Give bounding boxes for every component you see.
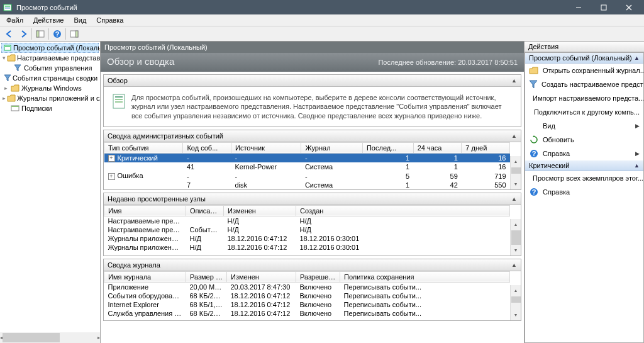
tree-custom-views[interactable]: ▾ Настраиваемые представления [1, 53, 99, 63]
folder-icon [7, 93, 16, 103]
minimize-button[interactable] [566, 0, 591, 14]
row-expander-icon[interactable]: + [108, 173, 115, 180]
table-row[interactable]: 41Kernel-PowerСистема1116 [104, 162, 510, 171]
table-row[interactable]: Служба управления кл...68 КБ/20 ...18.12… [104, 309, 510, 318]
log-summary-table[interactable]: Имя журналаРазмер (Т...ИзмененРазрешеноП… [104, 271, 510, 318]
horizontal-scrollbar[interactable]: ◂▸ [0, 332, 100, 343]
tree-windows-logs[interactable]: ▸ Журналы Windows [1, 83, 99, 93]
menu-view[interactable]: Вид [69, 15, 91, 25]
help-icon: ? [529, 187, 539, 197]
collapse-icon[interactable]: ▲ [634, 55, 640, 61]
action-help-2[interactable]: ? Справка [525, 185, 643, 199]
table-header[interactable]: Имя журналаРазмер (Т...ИзмененРазрешеноП… [104, 271, 510, 282]
svg-rect-14 [5, 46, 10, 47]
tree-app-service-logs[interactable]: ▸ Журналы приложений и служб [1, 93, 99, 103]
action-create-custom-view[interactable]: Создать настраиваемое предста... [525, 77, 643, 91]
refresh-icon [529, 135, 539, 145]
show-hide-tree-button[interactable] [33, 27, 47, 41]
table-row[interactable]: Internet Explorer68 КБ/1,0...18.12.2016 … [104, 300, 510, 309]
section-recent-nodes-header[interactable]: Недавно просмотренные узлы ▲ [104, 193, 521, 205]
table-row[interactable]: +Критический---1116 [104, 153, 510, 162]
section-admin-summary-header[interactable]: Сводка административных событий ▲ [104, 130, 521, 142]
row-expander-icon[interactable]: + [108, 155, 115, 162]
table-row[interactable]: Приложение20,00 МБ/...20.03.2017 8:47:30… [104, 282, 510, 291]
expander-icon[interactable]: ▸ [3, 85, 9, 91]
close-button[interactable] [616, 0, 641, 14]
action-help[interactable]: ? Справка ▶ [525, 147, 643, 160]
vertical-scrollbar[interactable]: ▴▾ [510, 156, 521, 189]
subscriptions-icon [10, 103, 20, 113]
tree-subscriptions[interactable]: ▸ Подписки [1, 103, 99, 113]
table-row[interactable]: 7diskСистема142550 [104, 181, 510, 189]
svg-rect-20 [115, 101, 123, 103]
filter-icon [4, 73, 11, 83]
filter-new-icon [529, 79, 538, 89]
center-panel: Просмотр событий (Локальный) Обзор и сво… [101, 42, 525, 343]
action-import-custom-view[interactable]: Импорт настраиваемого предста... [525, 91, 643, 105]
table-header[interactable]: Тип событияКод соб...ИсточникЖурналПосле… [104, 142, 510, 153]
svg-rect-18 [115, 96, 123, 98]
svg-text:?: ? [532, 150, 536, 157]
maximize-button[interactable] [591, 0, 616, 14]
action-connect-another-computer[interactable]: Подключиться к другому компь... [525, 105, 643, 119]
svg-rect-2 [5, 8, 10, 9]
page-title: Обзор и сводка [107, 56, 174, 67]
table-header[interactable]: ИмяОписаниеИзмененСоздан [104, 205, 510, 216]
table-row[interactable]: Настраиваемые предст...Н/ДН/Д [104, 216, 510, 225]
collapse-icon[interactable]: ▲ [634, 162, 640, 169]
svg-rect-4 [601, 5, 606, 10]
collapse-icon[interactable]: ▲ [511, 77, 517, 84]
actions-header: Действия [525, 42, 644, 52]
action-open-saved-log[interactable]: Открыть сохраненный журнал... [525, 64, 643, 77]
table-row[interactable]: +Ошибка---559719 [104, 171, 510, 181]
vertical-scrollbar[interactable]: ▴▾ [510, 219, 521, 256]
menubar: Файл Действие Вид Справка [0, 14, 644, 26]
actions-group-critical[interactable]: Критический ▲ [525, 160, 643, 171]
tree-page-events[interactable]: События страницы сводки [1, 73, 99, 83]
vertical-scrollbar[interactable]: ▴▾ [510, 285, 521, 320]
actions-group-local[interactable]: Просмотр событий (Локальный) ▲ [525, 53, 643, 64]
section-recent-nodes: Недавно просмотренные узлы ▲ ИмяОписание… [103, 193, 521, 256]
table-row[interactable]: События оборудования68 КБ/20 ...18.12.20… [104, 291, 510, 300]
svg-rect-1 [5, 6, 10, 7]
submenu-arrow-icon: ▶ [635, 123, 640, 129]
tree-admin-events[interactable]: События управления [1, 63, 99, 73]
section-admin-summary: Сводка административных событий ▲ Тип со… [103, 130, 521, 190]
section-log-summary-header[interactable]: Сводка журнала ▲ [104, 259, 521, 271]
toolbar-separator [48, 28, 49, 40]
admin-events-table[interactable]: Тип событияКод соб...ИсточникЖурналПосле… [104, 142, 510, 189]
menu-action[interactable]: Действие [28, 15, 69, 25]
collapse-icon[interactable]: ▲ [511, 133, 517, 139]
help-button[interactable]: ? [50, 27, 64, 41]
collapse-icon[interactable]: ▲ [511, 196, 517, 202]
view-icon [529, 121, 539, 131]
menu-file[interactable]: Файл [1, 15, 28, 25]
toolbar: ? [0, 26, 644, 42]
recent-nodes-table[interactable]: ИмяОписаниеИзмененСоздан Настраиваемые п… [104, 205, 510, 252]
svg-rect-12 [75, 31, 78, 37]
center-header: Просмотр событий (Локальный) [101, 42, 524, 53]
svg-text:?: ? [55, 30, 60, 38]
tree-root[interactable]: Просмотр событий (Локальный) [1, 43, 99, 53]
table-row[interactable]: Журналы приложений ...Н/Д18.12.2016 0:47… [104, 243, 510, 252]
collapse-icon[interactable]: ▲ [511, 262, 517, 268]
folder-icon [10, 83, 20, 93]
table-row[interactable]: Журналы приложений ...Н/Д18.12.2016 0:47… [104, 234, 510, 243]
back-button[interactable] [3, 27, 16, 41]
table-row[interactable]: Настраиваемые предст...События ...Н/ДН/Д [104, 225, 510, 234]
toolbar-separator [31, 28, 32, 40]
svg-rect-16 [11, 106, 19, 107]
section-overview: Обзор ▲ Для просмотра событий, произошед… [103, 74, 521, 127]
expander-icon[interactable]: ▾ [3, 55, 6, 61]
overview-icon [111, 93, 126, 111]
action-refresh[interactable]: Обновить [525, 133, 643, 147]
connect-icon [529, 107, 530, 117]
action-view-all-instances[interactable]: Просмотр всех экземпляров этог... [525, 171, 643, 185]
show-hide-actions-button[interactable] [67, 27, 81, 41]
help-icon: ? [529, 149, 539, 159]
menu-help[interactable]: Справка [91, 15, 128, 25]
forward-button[interactable] [16, 27, 30, 41]
section-overview-header[interactable]: Обзор ▲ [104, 75, 521, 87]
expander-icon[interactable]: ▸ [3, 95, 6, 101]
action-view[interactable]: Вид ▶ [525, 119, 643, 133]
